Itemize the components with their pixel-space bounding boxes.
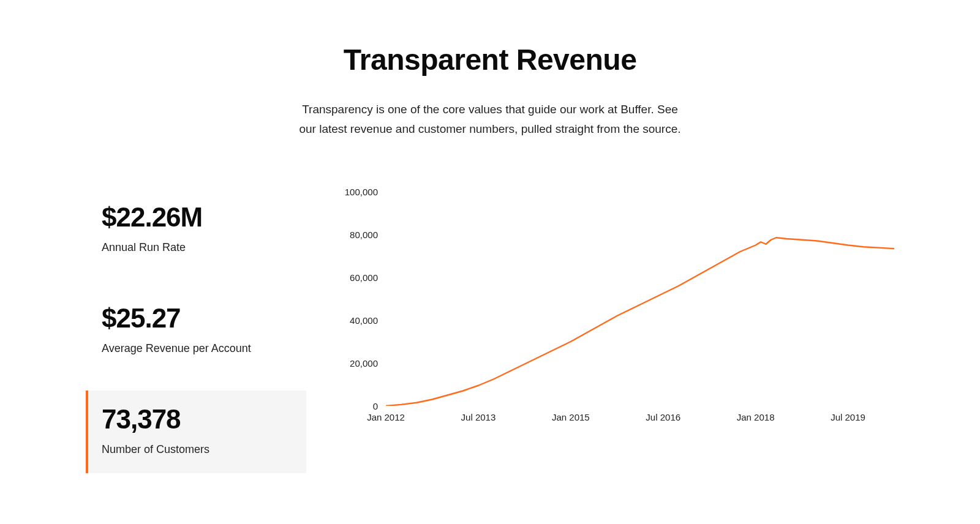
stat-arpa-value: $25.27 (102, 303, 293, 334)
page-subtitle: Transparency is one of the core values t… (294, 100, 686, 140)
page-title: Transparent Revenue (86, 43, 894, 77)
stat-customers-value: 73,378 (102, 404, 293, 435)
chart-x-tick: Jan 2018 (737, 412, 775, 422)
stat-arr-value: $22.26M (102, 202, 293, 233)
chart-y-tick: 40,000 (350, 315, 378, 325)
chart-y-tick: 0 (373, 400, 378, 411)
stat-customers-label: Number of Customers (102, 443, 293, 456)
chart-y-axis: 020,00040,00060,00080,000100,000 (337, 189, 383, 409)
chart-x-tick: Jan 2015 (552, 412, 590, 422)
chart-x-tick: Jan 2012 (367, 412, 405, 422)
stat-arr-label: Annual Run Rate (102, 241, 293, 254)
chart-x-axis: Jan 2012Jul 2013Jan 2015Jul 2016Jan 2018… (386, 412, 894, 430)
stat-arpa[interactable]: $25.27 Average Revenue per Account (86, 290, 306, 372)
stats-column: $22.26M Annual Run Rate $25.27 Average R… (86, 189, 306, 492)
chart-y-tick: 100,000 (345, 186, 378, 196)
stat-arpa-label: Average Revenue per Account (102, 342, 293, 355)
stat-customers[interactable]: 73,378 Number of Customers (86, 391, 306, 473)
chart-plot (386, 192, 894, 406)
content-row: $22.26M Annual Run Rate $25.27 Average R… (86, 189, 894, 492)
chart-y-tick: 60,000 (350, 272, 378, 282)
chart-area: 020,00040,00060,00080,000100,000 Jan 201… (337, 189, 894, 446)
header: Transparent Revenue Transparency is one … (86, 43, 894, 140)
chart-y-tick: 80,000 (350, 229, 378, 239)
chart-x-tick: Jul 2013 (461, 412, 496, 422)
chart-series-customers (386, 238, 894, 406)
stat-arr[interactable]: $22.26M Annual Run Rate (86, 189, 306, 271)
chart-line-svg (386, 192, 894, 406)
chart-x-tick: Jul 2019 (831, 412, 865, 422)
chart-x-tick: Jul 2016 (646, 412, 680, 422)
page-container: Transparent Revenue Transparency is one … (0, 0, 980, 516)
chart-y-tick: 20,000 (350, 357, 378, 368)
